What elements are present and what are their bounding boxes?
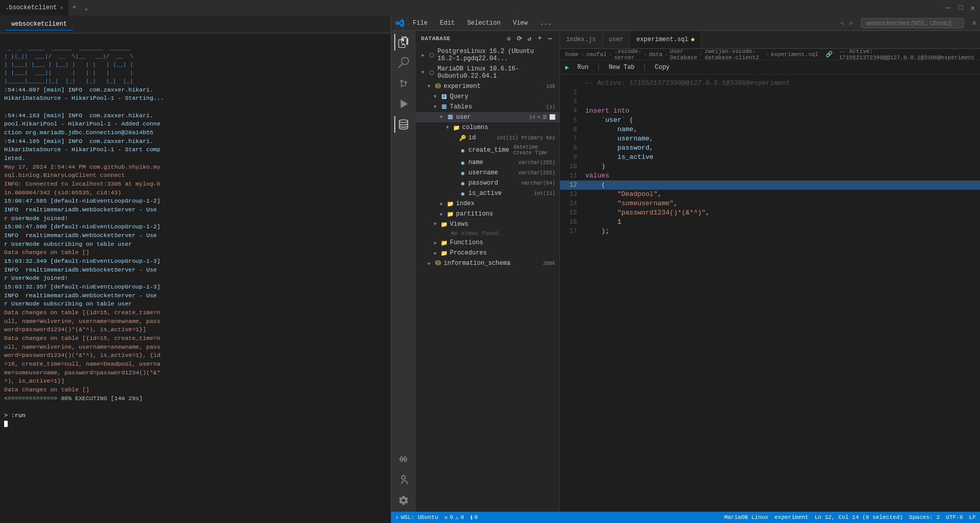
menu-view[interactable]: View bbox=[509, 19, 532, 28]
status-db[interactable]: MariaDB Linux bbox=[724, 514, 768, 520]
status-schema[interactable]: experiment bbox=[775, 514, 809, 520]
breadcrumb-vscode-server: .vscode-server bbox=[614, 48, 641, 61]
tab-index-js[interactable]: index.js bbox=[560, 31, 603, 48]
status-position[interactable]: Ln 12, Col 14 (8 selected) bbox=[815, 514, 903, 520]
activity-accounts[interactable] bbox=[394, 471, 413, 489]
link-icon: 🔗 bbox=[826, 51, 833, 58]
terminal-line: ^), is_active=1}] bbox=[4, 377, 387, 386]
db-functions[interactable]: ▶ 📁 Functions bbox=[416, 238, 559, 248]
activity-explorer[interactable] bbox=[394, 33, 413, 51]
add-connection-btn[interactable]: + bbox=[536, 34, 544, 43]
menu-more[interactable]: ... bbox=[536, 19, 555, 28]
code-content-8: password, bbox=[583, 143, 980, 153]
activity-settings[interactable] bbox=[394, 491, 413, 510]
more-options-btn[interactable]: ⋯ bbox=[546, 34, 554, 43]
db-col-id[interactable]: ▶ 🔑 id int(11) Primary Key bbox=[416, 133, 559, 143]
terminal-tab-websocketclient[interactable]: websocketclient bbox=[5, 19, 73, 30]
minimize-btn[interactable]: — bbox=[947, 4, 951, 12]
tab-add-btn[interactable]: + bbox=[68, 4, 80, 11]
status-remote[interactable]: ⚡ WSL: Ubuntu bbox=[395, 514, 438, 521]
tab-chevron-btn[interactable]: ⌄ bbox=[80, 4, 92, 12]
db-index[interactable]: ▶ 📁 index bbox=[416, 199, 559, 209]
run-button[interactable]: Run bbox=[573, 63, 593, 72]
db-col-password[interactable]: ▶ ◉ password varchar(64) bbox=[416, 178, 559, 188]
chevron-procedures: ▶ bbox=[432, 250, 439, 256]
terminal-line: 15:00:47.600 [default-nioEventLoopGroup-… bbox=[4, 223, 387, 231]
db-col-create-time[interactable]: ▶ ◉ create_time datetime Create Time bbox=[416, 143, 559, 157]
col-username-type: varchar(255) bbox=[518, 170, 555, 176]
error-icon: ✕ bbox=[444, 514, 448, 521]
copy-button[interactable]: Copy bbox=[651, 63, 674, 72]
db-mariadb[interactable]: ▶ ⬡ MariaDB Linux 10.6.16-0ubuntu0.22.04… bbox=[416, 64, 559, 81]
db-tables[interactable]: ▶ Tables (1) bbox=[416, 102, 559, 112]
view-table-btn[interactable]: ☰ bbox=[542, 114, 547, 120]
activity-git[interactable] bbox=[394, 74, 413, 93]
db-experiment[interactable]: ▶ experiment 16k bbox=[416, 81, 559, 92]
menubar: File Edit Selection View ... ◁ ▷ ⚙ bbox=[391, 15, 980, 31]
terminal-line: 15:03:32.349 [default-nioEventLoopGroup-… bbox=[4, 257, 387, 266]
db-active-comment: -- Active: 1715521372398@@127.0.0.1@3306… bbox=[839, 48, 975, 61]
settings-btn[interactable]: ⚙ bbox=[505, 34, 513, 43]
status-info[interactable]: ℹ 0 bbox=[470, 514, 478, 521]
db-col-username[interactable]: ▶ ◉ username varchar(255) bbox=[416, 168, 559, 178]
refresh-btn[interactable]: ↺ bbox=[526, 34, 534, 43]
history-btn[interactable]: ⟳ bbox=[515, 34, 523, 43]
status-line-ending[interactable]: LF bbox=[969, 514, 976, 520]
nav-forward[interactable]: ▷ bbox=[850, 20, 853, 26]
folder-icon-views: 📁 bbox=[441, 221, 448, 228]
db-postgresql[interactable]: ▶ ⬡ PostgresLinux 16.2 (Ubuntu 16.2-1.pg… bbox=[416, 46, 559, 64]
search-input[interactable] bbox=[861, 18, 964, 28]
terminal-content[interactable]: _ _ _____ ______ _______ ______ | ||_|| … bbox=[0, 33, 391, 523]
col-is-active-type: int(11) bbox=[534, 191, 555, 196]
db-col-is-active[interactable]: ▶ ◉ is_active int(11) bbox=[416, 188, 559, 199]
more-table-btn[interactable]: ⬜ bbox=[549, 114, 555, 120]
activity-search[interactable] bbox=[394, 53, 413, 72]
code-content-12: ( bbox=[583, 181, 980, 190]
menu-selection[interactable]: Selection bbox=[463, 19, 505, 28]
menu-file[interactable]: File bbox=[409, 19, 432, 28]
terminal-line: HikariDataSource - HikariPool-1 - Starti… bbox=[4, 94, 387, 103]
activity-extensions[interactable] bbox=[394, 450, 413, 468]
db-procedures[interactable]: ▶ 📁 Procedures bbox=[416, 248, 559, 258]
activity-database[interactable] bbox=[394, 115, 413, 134]
line-num-7: 7 bbox=[560, 134, 583, 143]
code-area[interactable]: -- Active: 1715521372398@@127.0.0.1@3306… bbox=[560, 75, 980, 512]
line-num-3: 3 bbox=[560, 97, 583, 106]
status-errors[interactable]: ✕ 0 ⚠ 0 bbox=[444, 514, 464, 521]
db-information-schema[interactable]: ▶ information_schema 208k bbox=[416, 258, 559, 268]
maximize-btn[interactable]: □ bbox=[958, 4, 962, 12]
database-icon-info-schema bbox=[434, 260, 442, 267]
activity-run[interactable] bbox=[394, 95, 413, 113]
status-encoding[interactable]: UTF-8 bbox=[946, 514, 963, 520]
vscode-panel: File Edit Selection View ... ◁ ▷ ⚙ bbox=[391, 15, 980, 523]
db-query[interactable]: ▶ Query bbox=[416, 92, 559, 102]
code-content-10: ) bbox=[583, 162, 980, 171]
terminal-run-cmd: > :run bbox=[4, 411, 387, 420]
edit-table-btn[interactable]: ✎ bbox=[537, 114, 540, 120]
db-col-name[interactable]: ▶ ◉ name varchar(255) bbox=[416, 157, 559, 168]
new-tab-button[interactable]: New Tab bbox=[605, 63, 639, 72]
menu-edit[interactable]: Edit bbox=[436, 19, 459, 28]
editor-toolbar: ▶ Run | New Tab | Copy bbox=[560, 60, 980, 75]
db-columns[interactable]: ▶ 📁 columns bbox=[416, 122, 559, 133]
tab-experiment-sql[interactable]: experiment.sql bbox=[630, 31, 701, 48]
title-tab-active[interactable]: .bsocketclient ✕ bbox=[0, 0, 68, 15]
db-views[interactable]: ▶ 📁 Views bbox=[416, 219, 559, 229]
nav-back[interactable]: ◁ bbox=[840, 20, 844, 26]
tab-user[interactable]: user bbox=[603, 31, 631, 48]
code-content-7: username, bbox=[583, 134, 980, 143]
close-btn[interactable]: ✕ bbox=[971, 4, 975, 12]
col-is-active-label: is_active bbox=[468, 190, 530, 197]
field-icon-username: ◉ bbox=[459, 169, 466, 176]
db-partitions[interactable]: ▶ 📁 partitions bbox=[416, 209, 559, 219]
status-spaces[interactable]: Spaces: 2 bbox=[909, 514, 939, 520]
table-icon-user bbox=[447, 114, 454, 121]
chevron-info-schema: ▶ bbox=[426, 260, 432, 266]
chevron-postgresql: ▶ bbox=[420, 52, 426, 58]
breadcrumb-naufal: naufal bbox=[586, 51, 607, 58]
col-password-type: varchar(64) bbox=[521, 181, 555, 186]
folder-icon-columns: 📁 bbox=[453, 124, 460, 131]
db-user-table[interactable]: ▶ user 14 ✎ ☰ ⬜ bbox=[416, 112, 559, 122]
tab-close-btn[interactable]: ✕ bbox=[60, 5, 63, 11]
settings-icon[interactable]: ⚙ bbox=[972, 20, 976, 26]
